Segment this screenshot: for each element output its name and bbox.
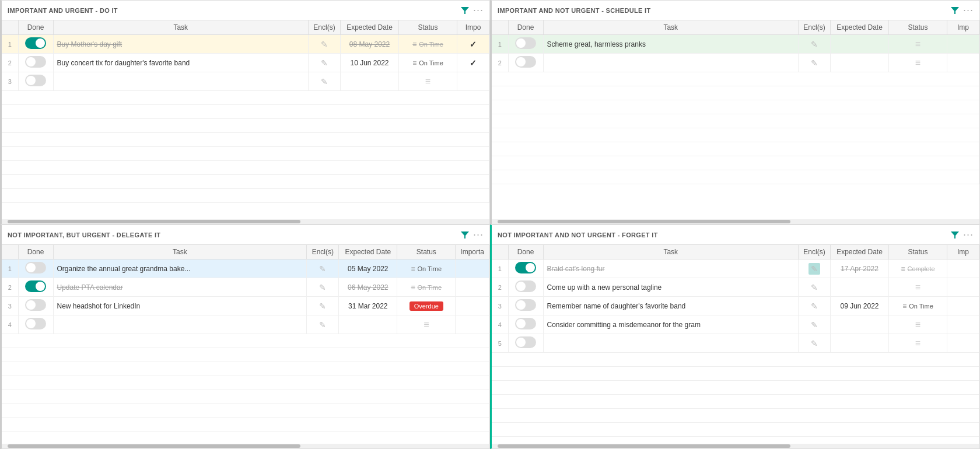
task-cell[interactable]: Buy Mother's day gift <box>53 35 309 54</box>
done-toggle[interactable] <box>515 318 536 329</box>
done-toggle[interactable] <box>515 37 536 49</box>
encl-cell[interactable]: ✎ <box>799 315 831 334</box>
task-cell[interactable]: Update PTA calendar <box>53 278 307 297</box>
table-wrapper-q1: DoneTaskEncl(s)Expected DateStatusImpo1B… <box>2 20 489 219</box>
encl-icon[interactable]: ✎ <box>811 283 818 292</box>
status-badge: ≡On Time <box>401 265 452 273</box>
status-badge: ≡On Time <box>402 59 453 67</box>
encl-icon[interactable]: ✎ <box>321 58 328 68</box>
status-text: On Time <box>418 265 442 272</box>
encl-cell[interactable]: ✎ <box>307 315 339 334</box>
row-number: 2 <box>2 278 18 297</box>
task-cell[interactable]: Scheme great, harmless pranks <box>543 35 799 54</box>
encl-icon[interactable]: ✎ <box>811 320 818 329</box>
horizontal-scrollbar[interactable] <box>2 219 489 224</box>
encl-icon[interactable]: ✎ <box>321 40 328 49</box>
scrollbar-thumb[interactable] <box>498 220 790 223</box>
done-toggle[interactable] <box>515 262 536 273</box>
more-options-icon[interactable]: ··· <box>473 229 484 241</box>
encl-cell[interactable]: ✎ <box>799 297 831 315</box>
done-toggle[interactable] <box>25 37 46 49</box>
done-toggle[interactable] <box>25 299 46 311</box>
expected-date-cell: 05 May 2022 <box>339 259 397 278</box>
table-row-empty <box>2 432 489 444</box>
encl-icon[interactable]: ✎ <box>319 264 326 273</box>
encl-icon[interactable]: ✎ <box>811 301 818 311</box>
empty-cell <box>2 404 489 418</box>
done-toggle[interactable] <box>515 280 536 292</box>
encl-icon[interactable]: ✎ <box>811 58 818 68</box>
encl-cell[interactable]: ✎ <box>799 35 831 54</box>
table-row-empty <box>2 175 489 189</box>
encl-icon[interactable]: ✎ <box>319 320 326 329</box>
task-text: Come up with a new personal tagline <box>547 283 662 292</box>
horizontal-scrollbar[interactable] <box>2 444 489 448</box>
encl-cell[interactable]: ✎ <box>309 54 341 72</box>
importance-cell <box>456 315 489 334</box>
done-toggle[interactable] <box>25 280 46 292</box>
task-cell[interactable]: Consider committing a misdemeanor for th… <box>543 315 799 334</box>
task-cell[interactable]: Come up with a new personal tagline <box>543 278 799 297</box>
filter-icon[interactable] <box>460 6 470 15</box>
task-cell[interactable]: Organize the annual great grandma bake..… <box>53 259 307 278</box>
encl-icon[interactable]: ✎ <box>319 283 326 292</box>
scrollbar-thumb[interactable] <box>498 444 790 448</box>
task-cell[interactable]: Buy concert tix for daughter's favorite … <box>53 54 309 72</box>
more-options-icon[interactable]: ··· <box>963 229 974 241</box>
scrollbar-thumb[interactable] <box>8 220 300 223</box>
encl-cell[interactable]: ✎ <box>307 297 339 315</box>
filter-icon[interactable] <box>950 230 960 240</box>
encl-cell[interactable]: ✎ <box>799 259 831 278</box>
task-cell[interactable] <box>53 72 309 91</box>
encl-icon[interactable]: ✎ <box>811 339 818 348</box>
date-text: 06 May 2022 <box>348 283 388 292</box>
table-row-empty <box>492 100 979 114</box>
encl-icon[interactable]: ✎ <box>808 263 820 275</box>
done-toggle[interactable] <box>25 56 46 68</box>
encl-cell[interactable]: ✎ <box>309 35 341 54</box>
table-wrapper-q2: DoneTaskEncl(s)Expected DateStatusImp1Sc… <box>492 20 979 219</box>
horizontal-scrollbar[interactable] <box>492 219 979 224</box>
task-text: Update PTA calendar <box>57 283 123 292</box>
more-options-icon[interactable]: ··· <box>963 4 974 16</box>
done-toggle[interactable] <box>25 262 46 273</box>
encl-cell[interactable]: ✎ <box>307 259 339 278</box>
empty-cell <box>2 91 489 105</box>
done-toggle[interactable] <box>515 336 536 348</box>
filter-icon[interactable] <box>950 6 960 15</box>
status-cell: ≡ <box>889 54 947 72</box>
expected-date-cell <box>341 72 399 91</box>
encl-cell[interactable]: ✎ <box>307 278 339 297</box>
task-cell[interactable] <box>53 315 307 334</box>
encl-cell[interactable]: ✎ <box>799 278 831 297</box>
status-cell: ≡On Time <box>397 259 456 278</box>
importance-cell <box>947 259 979 278</box>
expected-date-cell <box>831 334 889 353</box>
table-row-empty <box>492 128 979 142</box>
done-cell <box>18 315 53 334</box>
encl-icon[interactable]: ✎ <box>321 77 328 86</box>
horizontal-scrollbar[interactable] <box>492 444 979 448</box>
status-text: On Time <box>419 59 443 66</box>
table-row-empty <box>492 156 979 170</box>
task-cell[interactable] <box>543 54 799 72</box>
scrollbar-thumb[interactable] <box>8 444 300 448</box>
encl-icon[interactable]: ✎ <box>811 40 818 49</box>
importance-check: ✓ <box>470 40 477 49</box>
encl-cell[interactable]: ✎ <box>799 54 831 72</box>
encl-cell[interactable]: ✎ <box>799 334 831 353</box>
done-toggle[interactable] <box>25 318 46 329</box>
done-toggle[interactable] <box>25 75 46 86</box>
done-toggle[interactable] <box>515 299 536 311</box>
task-cell[interactable]: New headshot for LinkedIn <box>53 297 307 315</box>
more-options-icon[interactable]: ··· <box>473 4 484 16</box>
status-badge: ≡On Time <box>892 302 943 310</box>
task-cell[interactable] <box>543 334 799 353</box>
task-cell[interactable]: Remember name of daughter's favorite ban… <box>543 297 799 315</box>
encl-cell[interactable]: ✎ <box>309 72 341 91</box>
task-cell[interactable]: Braid cat's long fur <box>543 259 799 278</box>
encl-icon[interactable]: ✎ <box>319 301 326 311</box>
done-toggle[interactable] <box>515 56 536 68</box>
filter-icon[interactable] <box>460 230 470 240</box>
table-row-empty <box>2 189 489 203</box>
